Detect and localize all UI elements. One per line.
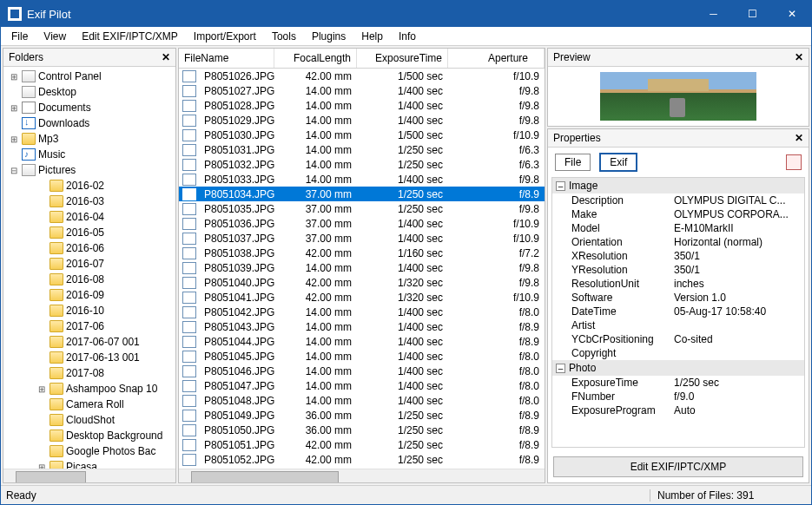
tree-item[interactable]: ⊞Ashampoo Snap 10	[3, 381, 175, 397]
file-row[interactable]: P8051049.JPG36.00 mm1/250 secf/8.9	[179, 408, 545, 423]
tree-item[interactable]: 2016-02	[3, 178, 175, 193]
tree-item[interactable]: 2016-05	[3, 225, 175, 240]
property-row[interactable]: DescriptionOLYMPUS DIGITAL C...	[552, 193, 804, 207]
property-row[interactable]: Copyright	[552, 346, 804, 360]
menu-import-export[interactable]: Import/Export	[187, 29, 263, 44]
property-row[interactable]: XResolution350/1	[552, 249, 804, 263]
tree-item[interactable]: Desktop	[3, 84, 175, 100]
tree-hscrollbar[interactable]	[3, 469, 175, 482]
file-row[interactable]: P8051045.JPG14.00 mm1/400 secf/8.0	[179, 349, 545, 364]
file-row[interactable]: P8051044.JPG14.00 mm1/400 secf/8.9	[179, 334, 545, 349]
property-group-header[interactable]: –Photo	[552, 360, 804, 376]
tree-item[interactable]: Camera Roll	[3, 397, 175, 412]
properties-options-icon[interactable]	[786, 154, 802, 170]
close-button[interactable]: ✕	[772, 1, 811, 27]
file-row[interactable]: P8051026.JPG42.00 mm1/500 secf/10.9	[179, 69, 545, 83]
file-row[interactable]: P8051039.JPG14.00 mm1/400 secf/9.8	[179, 260, 545, 275]
file-row[interactable]: P8051030.JPG14.00 mm1/500 secf/10.9	[179, 128, 545, 142]
tree-item[interactable]: 2017-08	[3, 365, 175, 381]
property-row[interactable]: ModelE-M10MarkII	[552, 221, 804, 235]
menu-view[interactable]: View	[36, 29, 73, 44]
file-row[interactable]: P8051051.JPG42.00 mm1/250 secf/8.9	[179, 437, 545, 452]
tree-expander-icon[interactable]: ⊞	[9, 103, 19, 113]
minimize-button[interactable]: ─	[694, 1, 733, 27]
tree-expander-icon[interactable]: ⊞	[9, 72, 19, 82]
tree-item[interactable]: 2016-08	[3, 272, 175, 287]
property-group-header[interactable]: –Image	[552, 178, 804, 193]
tree-item[interactable]: Music	[3, 147, 175, 162]
menu-tools[interactable]: Tools	[265, 29, 303, 44]
property-row[interactable]: Artist	[552, 318, 804, 332]
property-row[interactable]: YCbCrPositioningCo-sited	[552, 332, 804, 346]
collapse-icon[interactable]: –	[556, 364, 565, 373]
property-list[interactable]: –ImageDescriptionOLYMPUS DIGITAL C...Mak…	[551, 177, 805, 448]
file-row[interactable]: P8051027.JPG14.00 mm1/400 secf/9.8	[179, 83, 545, 98]
tree-item[interactable]: ⊞Control Panel	[3, 69, 175, 84]
property-row[interactable]: ExposureTime1/250 sec	[552, 376, 804, 390]
file-row[interactable]: P8051050.JPG36.00 mm1/250 secf/8.9	[179, 423, 545, 437]
folder-tree[interactable]: ⊞Control PanelDesktop⊞DocumentsDownloads…	[3, 67, 175, 469]
file-row[interactable]: P8051046.JPG14.00 mm1/400 secf/8.0	[179, 364, 545, 378]
property-row[interactable]: ExposureProgramAuto	[552, 403, 804, 417]
property-row[interactable]: OrientationHorizontal (normal)	[552, 235, 804, 249]
property-row[interactable]: FNumberf/9.0	[552, 390, 804, 403]
file-row[interactable]: P8051042.JPG14.00 mm1/400 secf/8.0	[179, 305, 545, 319]
file-row[interactable]: P8051052.JPG42.00 mm1/250 secf/8.9	[179, 452, 545, 467]
edit-exif-button[interactable]: Edit EXIF/IPTC/XMP	[553, 456, 803, 477]
tree-item[interactable]: Downloads	[3, 115, 175, 131]
tree-item[interactable]: ⊞Documents	[3, 100, 175, 115]
folders-close-icon[interactable]: ✕	[162, 51, 170, 63]
tree-item[interactable]: 2016-10	[3, 303, 175, 318]
file-row[interactable]: P8051038.JPG42.00 mm1/160 secf/7.2	[179, 246, 545, 260]
tree-item[interactable]: ⊞Picasa	[3, 459, 175, 469]
file-row[interactable]: P8051028.JPG14.00 mm1/400 secf/9.8	[179, 98, 545, 113]
file-row[interactable]: P8051035.JPG37.00 mm1/250 secf/9.8	[179, 201, 545, 216]
tab-file[interactable]: File	[555, 154, 591, 171]
maximize-button[interactable]: ☐	[733, 1, 772, 27]
tab-exif[interactable]: Exif	[599, 153, 637, 172]
file-list[interactable]: P8051026.JPG42.00 mm1/500 secf/10.9P8051…	[179, 69, 545, 469]
tree-item[interactable]: 2016-09	[3, 287, 175, 303]
property-row[interactable]: SoftwareVersion 1.0	[552, 291, 804, 305]
property-row[interactable]: YResolution350/1	[552, 263, 804, 277]
tree-item[interactable]: 2016-07	[3, 256, 175, 272]
menu-help[interactable]: Help	[354, 29, 390, 44]
tree-item[interactable]: Google Photos Bac	[3, 443, 175, 459]
tree-expander-icon[interactable]: ⊟	[9, 166, 19, 175]
file-row[interactable]: P8051040.JPG42.00 mm1/320 secf/9.8	[179, 275, 545, 290]
tree-item[interactable]: 2017-06-07 001	[3, 334, 175, 350]
file-row[interactable]: P8051032.JPG14.00 mm1/250 secf/6.3	[179, 157, 545, 172]
menu-info[interactable]: Info	[392, 29, 423, 44]
tree-expander-icon[interactable]: ⊞	[36, 462, 47, 469]
file-row[interactable]: P8051031.JPG14.00 mm1/250 secf/6.3	[179, 142, 545, 157]
tree-item[interactable]: CloudShot	[3, 412, 175, 428]
menu-file[interactable]: File	[4, 29, 35, 44]
file-row[interactable]: P8051033.JPG14.00 mm1/400 secf/9.8	[179, 172, 545, 187]
menu-plugins[interactable]: Plugins	[305, 29, 353, 44]
file-row[interactable]: P8051043.JPG14.00 mm1/400 secf/8.9	[179, 319, 545, 334]
tree-item[interactable]: 2017-06-13 001	[3, 350, 175, 365]
tree-expander-icon[interactable]: ⊞	[36, 384, 47, 394]
properties-close-icon[interactable]: ✕	[795, 132, 803, 144]
file-row[interactable]: P8051029.JPG14.00 mm1/400 secf/9.8	[179, 113, 545, 128]
property-row[interactable]: DateTime05-Aug-17 10:58:40	[552, 305, 804, 318]
file-row[interactable]: P8051034.JPG37.00 mm1/250 secf/8.9	[179, 187, 545, 201]
col-filename[interactable]: FileName	[179, 49, 274, 68]
property-row[interactable]: MakeOLYMPUS CORPORA...	[552, 207, 804, 221]
property-row[interactable]: ResolutionUnitinches	[552, 277, 804, 291]
file-row[interactable]: P8051048.JPG14.00 mm1/400 secf/8.0	[179, 393, 545, 408]
col-focallength[interactable]: FocalLength	[274, 49, 357, 68]
tree-item[interactable]: ⊟Pictures	[3, 162, 175, 178]
collapse-icon[interactable]: –	[556, 181, 565, 191]
col-exposuretime[interactable]: ExposureTime	[357, 49, 448, 68]
preview-close-icon[interactable]: ✕	[795, 51, 803, 63]
file-row[interactable]: P8051036.JPG37.00 mm1/400 secf/10.9	[179, 216, 545, 231]
file-row[interactable]: P8051041.JPG42.00 mm1/320 secf/10.9	[179, 290, 545, 305]
tree-item[interactable]: Desktop Background	[3, 428, 175, 443]
tree-item[interactable]: ⊞Mp3	[3, 131, 175, 147]
filelist-hscrollbar[interactable]	[179, 469, 545, 482]
tree-item[interactable]: 2016-06	[3, 240, 175, 256]
tree-item[interactable]: 2016-04	[3, 209, 175, 225]
menu-edit-exif-iptc-xmp[interactable]: Edit EXIF/IPTC/XMP	[75, 29, 185, 44]
file-row[interactable]: P8051047.JPG14.00 mm1/400 secf/8.0	[179, 378, 545, 393]
